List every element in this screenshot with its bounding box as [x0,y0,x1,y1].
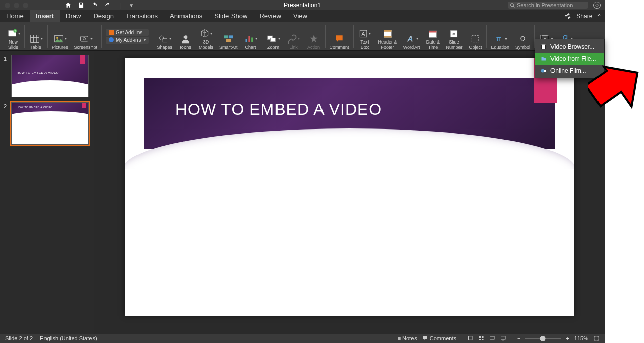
redo-icon[interactable] [104,2,111,9]
comments-button[interactable]: Comments [422,335,456,341]
slide-canvas-area[interactable]: HOW TO EMBED A VIDEO [94,51,605,334]
new-slide-button[interactable]: ▾ New Slide [3,23,23,50]
video-from-file-label: Video from File... [550,55,596,62]
slide-thumb-1[interactable]: HOW TO EMBED A VIDEO [11,55,89,97]
slideshow-view-icon[interactable] [500,335,507,341]
reading-view-icon[interactable] [489,335,495,341]
save-icon[interactable] [78,2,85,9]
notes-button[interactable]: ≡ Notes [398,335,417,341]
globe-film-icon [540,68,547,74]
slide-thumb-2[interactable]: HOW TO EMBED A VIDEO [11,102,89,145]
svg-rect-41 [479,336,481,338]
chart-button[interactable]: ▾ Chart [241,23,261,50]
tab-animations[interactable]: Animations [164,10,208,22]
svg-rect-22 [384,36,391,37]
svg-rect-43 [479,339,481,340]
share-icon [564,13,571,20]
tab-view[interactable]: View [287,10,313,22]
tab-draw[interactable]: Draw [60,10,87,22]
svg-rect-2 [30,35,39,42]
screenshot-button[interactable]: ▾ Screenshot [71,23,101,50]
svg-point-9 [184,35,188,39]
date-time-button[interactable]: Date & Time [423,23,443,50]
header-footer-button[interactable]: Header & Footer [375,23,400,50]
slide-thumbnails: 1 HOW TO EMBED A VIDEO 2 HOW TO EMBED A … [0,51,94,334]
window-controls[interactable] [0,3,28,8]
svg-point-7 [160,36,164,40]
svg-rect-36 [545,45,546,49]
comment-icon [422,335,428,341]
link-button[interactable]: ▾ Link [284,23,304,50]
feedback-icon[interactable]: ☺ [593,2,601,9]
sorter-view-icon[interactable] [478,335,484,341]
tab-home[interactable]: Home [0,10,30,22]
svg-text:Ω: Ω [520,34,525,43]
thumb-2-title: HOW TO EMBED A VIDEO [17,106,53,109]
shapes-button[interactable]: ▾ Shapes [154,23,176,50]
pictures-button[interactable]: ▾ Pictures [49,23,71,50]
tab-design[interactable]: Design [87,10,119,22]
svg-rect-21 [384,30,391,31]
table-button[interactable]: ▾ Table [26,23,46,50]
svg-rect-5 [80,36,88,41]
slide-indicator: Slide 2 of 2 [5,335,33,341]
tab-insert[interactable]: Insert [30,10,60,22]
thumb-number-1: 1 [2,55,8,97]
equation-button[interactable]: π▾ Equation [488,23,512,50]
video-browser-item[interactable]: Video Browser... [535,40,604,53]
svg-rect-35 [541,45,542,49]
search-icon [510,3,515,8]
object-button[interactable]: Object [465,23,485,50]
wordart-button[interactable]: A▾ WordArt [400,23,423,50]
zoom-in[interactable]: + [566,335,569,341]
normal-view-icon[interactable] [467,335,473,341]
comment-button[interactable]: Comment [327,23,352,50]
slide-2[interactable]: HOW TO EMBED A VIDEO [125,58,574,316]
zoom-level[interactable]: 115% [574,335,588,341]
close-window[interactable] [5,3,10,8]
svg-rect-40 [468,336,469,340]
zoom-button[interactable]: ▾ Zoom [263,23,284,50]
slide-title[interactable]: HOW TO EMBED A VIDEO [175,100,382,119]
3d-models-button[interactable]: ▾ 3D Models [196,23,216,50]
svg-rect-14 [248,36,250,42]
status-bar: Slide 2 of 2 English (United States) ≡ N… [0,334,605,343]
document-title: Presentation1 [284,2,321,9]
fit-to-window-icon[interactable] [593,335,600,341]
zoom-slider[interactable] [525,338,561,339]
thumb-number-2: 2 [2,102,8,145]
tab-slideshow[interactable]: Slide Show [208,10,253,22]
ribbon-tabs: Home Insert Draw Design Transitions Anim… [0,10,605,22]
tab-review[interactable]: Review [253,10,287,22]
online-film-label: Online Film... [550,67,586,74]
svg-rect-42 [482,336,484,338]
zoom-out[interactable]: − [517,335,520,341]
film-strip-icon [540,44,547,50]
title-bar: | ▼ Presentation1 Search in Presentation… [0,0,605,10]
svg-rect-25 [429,31,437,32]
annotation-arrow [588,64,644,124]
folder-icon [540,56,547,62]
video-from-file-item[interactable]: Video from File... [535,53,604,65]
svg-text:#: # [453,31,455,36]
symbol-button[interactable]: Ω Symbol [512,23,533,50]
language-indicator[interactable]: English (United States) [40,335,97,341]
svg-rect-10 [224,35,228,38]
textbox-button[interactable]: A▾ Text Box [355,23,375,50]
slide-number-button[interactable]: # Slide Number [443,23,465,50]
smartart-button[interactable]: SmartArt [216,23,241,50]
minimize-window[interactable] [14,3,19,8]
zoom-window[interactable] [23,3,28,8]
share-button[interactable]: Share [576,13,592,20]
search-input[interactable]: Search in Presentation [508,2,588,9]
undo-icon[interactable] [91,2,98,9]
my-addins-button[interactable]: My Add-ins▾ [106,37,148,44]
svg-text:A: A [362,30,365,36]
qat-customize[interactable]: ▼ [129,3,134,8]
get-addins-button[interactable]: Get Add-ins [106,29,148,36]
collapse-ribbon-icon[interactable]: ^ [597,13,601,20]
action-button[interactable]: Action [304,23,324,50]
icons-button[interactable]: Icons [175,23,196,50]
home-icon[interactable] [65,2,72,9]
tab-transitions[interactable]: Transitions [120,10,164,22]
